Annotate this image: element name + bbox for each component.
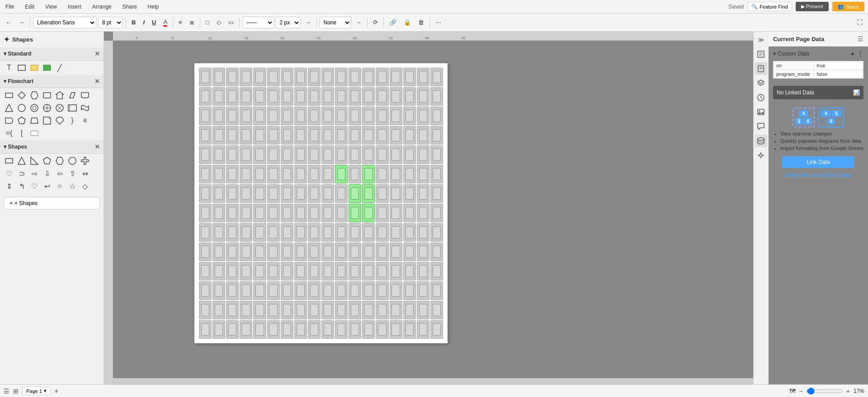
grid-cell[interactable] <box>267 145 280 164</box>
grid-cell[interactable] <box>321 165 334 183</box>
grid-cell[interactable] <box>335 68 348 86</box>
waypoint-select[interactable]: None <box>320 17 351 28</box>
grid-cell[interactable] <box>430 68 443 86</box>
grid-cell[interactable] <box>390 223 402 242</box>
grid-cell[interactable] <box>267 165 280 183</box>
grid-cell[interactable] <box>349 243 361 261</box>
grid-cell[interactable] <box>376 281 388 300</box>
grid-cell[interactable] <box>294 107 307 125</box>
grid-cell[interactable] <box>308 204 321 222</box>
s-rtriangle[interactable] <box>29 155 40 166</box>
grid-cell[interactable] <box>430 320 443 339</box>
fc-rect3[interactable] <box>67 103 78 113</box>
grid-cell[interactable] <box>390 87 402 106</box>
fc-white-box[interactable] <box>29 128 40 139</box>
grid-cell[interactable] <box>403 184 416 203</box>
grid-cell[interactable] <box>403 145 416 164</box>
grid-cell[interactable] <box>281 145 293 164</box>
grid-cell[interactable] <box>321 204 334 222</box>
grid-cell[interactable] <box>267 320 280 339</box>
grid-cell[interactable] <box>212 204 225 222</box>
grid-cell[interactable] <box>308 68 321 86</box>
grid-cell[interactable] <box>349 281 361 300</box>
fc-decision[interactable] <box>16 90 27 101</box>
grid-cell[interactable] <box>362 68 375 86</box>
lock-button[interactable]: 🔒 <box>401 17 414 28</box>
grid-cell[interactable] <box>267 126 280 145</box>
grid-cell[interactable] <box>199 320 212 339</box>
grid-cell[interactable] <box>430 262 443 280</box>
grid-cell[interactable] <box>390 184 402 203</box>
grid-cell[interactable] <box>294 320 307 339</box>
grid-cell[interactable] <box>376 243 388 261</box>
grid-cell[interactable] <box>240 184 252 203</box>
fc-triangle[interactable] <box>4 103 14 113</box>
grid-cell[interactable] <box>226 301 239 319</box>
database-icon[interactable] <box>755 135 767 147</box>
grid-cell[interactable] <box>267 243 280 261</box>
grid-cell[interactable] <box>294 165 307 183</box>
shape-yellow-box[interactable] <box>29 62 40 73</box>
s-arrow-curve[interactable]: ↩ <box>42 181 52 191</box>
font-size-select[interactable]: 8 pt <box>98 17 123 28</box>
grid-cell[interactable] <box>199 184 212 203</box>
fullscreen-button[interactable]: ⛶ <box>854 17 865 28</box>
fc-circle2[interactable] <box>29 103 40 113</box>
standard-section-header[interactable]: ▾ Standard ✕ <box>0 47 104 61</box>
grid-cell[interactable] <box>240 223 252 242</box>
grid-cell[interactable] <box>294 243 307 261</box>
s-rect[interactable] <box>4 155 14 166</box>
grid-cell[interactable] <box>267 87 280 106</box>
comment-icon[interactable] <box>755 120 767 133</box>
grid-cell[interactable] <box>417 301 429 319</box>
grid-cell[interactable] <box>199 165 212 183</box>
grid-cell[interactable] <box>212 145 225 164</box>
grid-cell[interactable] <box>308 165 321 183</box>
grid-cell[interactable] <box>212 320 225 339</box>
grid-cell[interactable] <box>335 87 348 106</box>
italic-button[interactable]: I <box>140 17 147 28</box>
image-icon[interactable] <box>755 106 767 118</box>
grid-cell[interactable] <box>281 68 293 86</box>
horizontal-scrollbar[interactable] <box>113 378 753 384</box>
menu-item-share[interactable]: Share <box>121 3 139 11</box>
zoom-minus-button[interactable]: − <box>797 388 805 395</box>
grid-cell[interactable] <box>362 223 375 242</box>
menu-item-insert[interactable]: Insert <box>66 3 83 11</box>
grid-cell[interactable] <box>294 301 307 319</box>
grid-cell[interactable] <box>349 87 361 106</box>
grid-cell[interactable] <box>403 320 416 339</box>
custom-data-settings-icon[interactable]: ⋮ <box>857 50 863 57</box>
grid-cell[interactable] <box>321 243 334 261</box>
grid-cell[interactable] <box>349 262 361 280</box>
grid-cell[interactable] <box>199 126 212 145</box>
grid-cell[interactable] <box>212 87 225 106</box>
flowchart-section-header[interactable]: ▾ Flowchart ✕ <box>0 75 104 88</box>
grid-cell[interactable] <box>335 126 348 145</box>
grid-cell[interactable] <box>281 281 293 300</box>
grid-cell[interactable] <box>199 68 212 86</box>
grid-cell[interactable] <box>430 184 443 203</box>
map-icon[interactable]: 🗺 <box>789 388 796 395</box>
grid-cell[interactable] <box>417 87 429 106</box>
grid-cell[interactable] <box>362 107 375 125</box>
grid-cell[interactable] <box>335 281 348 300</box>
grid-cell[interactable] <box>376 301 388 319</box>
fc-pentagon[interactable] <box>16 115 27 126</box>
grid-cell[interactable] <box>226 87 239 106</box>
grid-cell[interactable] <box>308 107 321 125</box>
border-button[interactable]: □ <box>203 17 212 28</box>
line-style-select[interactable]: —— <box>242 17 274 28</box>
grid-cell[interactable] <box>430 87 443 106</box>
grid-cell[interactable] <box>417 184 429 203</box>
grid-cell[interactable] <box>417 145 429 164</box>
grid-cell[interactable] <box>417 262 429 280</box>
grid-cell[interactable] <box>417 165 429 183</box>
grid-cell[interactable] <box>403 126 416 145</box>
grid-cell[interactable] <box>417 281 429 300</box>
delete-button[interactable]: 🗑 <box>415 17 427 28</box>
clock-icon[interactable] <box>755 91 767 104</box>
fc-tape[interactable] <box>80 103 90 113</box>
grid-cell[interactable] <box>281 320 293 339</box>
grid-cell[interactable] <box>212 301 225 319</box>
